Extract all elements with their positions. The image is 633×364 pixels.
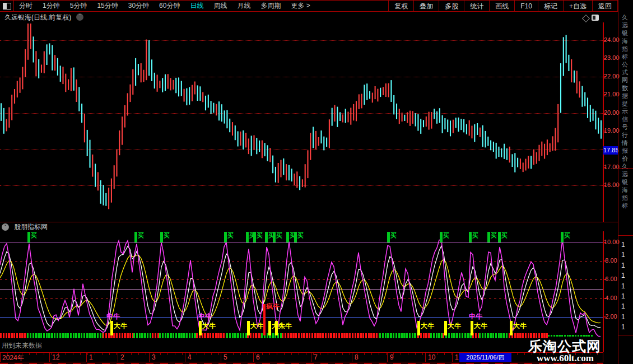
big-bull-bar [275, 321, 278, 335]
big-bull-label: 大牛 [513, 321, 527, 331]
toolbar-button-1[interactable]: 复权 [388, 1, 413, 11]
toolbar-button-4[interactable]: 统计 [464, 1, 489, 11]
buy-flag-bar [294, 232, 297, 242]
panel-divider [0, 222, 618, 222]
ribbon-segment [430, 333, 443, 338]
window-icon[interactable] [592, 15, 599, 21]
buy-flag-bar [273, 232, 276, 242]
price-axis-line [603, 22, 604, 222]
big-bull-label: 大牛 [278, 321, 292, 331]
strip-divider [618, 168, 633, 169]
buy-flag-label: 买 [443, 232, 449, 239]
month-divider [253, 353, 254, 362]
period-item-1[interactable]: 分时 [14, 1, 38, 11]
buy-signal-flag: 买 [27, 232, 37, 243]
strip-divider [618, 235, 633, 236]
stock-title: 久远银海(日线.前复权) [4, 13, 71, 22]
period-item-8[interactable]: 周线 [208, 1, 232, 11]
month-label: 1 [89, 353, 93, 361]
chevron-down-icon[interactable]: ˇ [76, 13, 83, 21]
price-label: 20.00 [604, 109, 618, 116]
ribbon-segment [226, 333, 247, 338]
kdj-label: 4.00 [604, 295, 618, 301]
month-label: 2 [120, 353, 124, 361]
big-bull-label: 大牛 [421, 321, 434, 331]
watermark-site-url: www.60lt.com [537, 353, 594, 364]
kdj-panel[interactable]: 大牛大牛大牛大牛大牛大牛大牛大牛大牛中牛中牛中牛疯牛 买买买买买买买买买买买买买… [0, 231, 603, 352]
buy-flag-label: 买 [472, 232, 478, 239]
big-bull-label: 大牛 [448, 321, 461, 331]
buy-signal-flag: 买 [387, 232, 397, 243]
buy-flag-label: 买 [390, 232, 397, 239]
big-bull-label: 大牛 [474, 321, 487, 331]
toolbar-button-7[interactable]: 标记 [538, 1, 563, 11]
period-item-11[interactable]: 更多 > [286, 1, 315, 11]
big-bull-label: 大牛 [202, 321, 216, 331]
price-label: 24.00 [604, 36, 618, 43]
period-item-7[interactable]: 日线 [185, 1, 208, 11]
candles-layer [0, 22, 603, 222]
kdj-axis-line [603, 231, 604, 352]
period-item-5[interactable]: 30分钟 [123, 1, 154, 11]
kdj-label: 10.00 [604, 239, 618, 245]
buy-flag-label: 买 [257, 232, 263, 239]
month-label: 6 [256, 353, 260, 361]
month-divider [311, 353, 311, 362]
buy-flag-label: 买 [564, 232, 570, 239]
period-item-10[interactable]: 多周期 [255, 1, 286, 11]
big-bull-label: 大牛 [114, 321, 127, 331]
kdj-label: 6.00 [604, 276, 618, 282]
diamond-icon[interactable] [582, 15, 590, 22]
future-data-warning: 用到未来数据 [2, 341, 42, 351]
ribbon-segment [548, 335, 593, 337]
month-label: 4 [188, 353, 192, 361]
right-strip-clipped-text: 久远银海指标公式网数据提示信号行情报价久远银海指标 [622, 13, 633, 209]
toolbar-button-6[interactable]: F10 [514, 1, 538, 11]
month-divider [452, 353, 453, 362]
month-label: 5 [224, 353, 227, 361]
month-label: 9 [390, 353, 394, 361]
month-divider [425, 353, 426, 362]
period-item-3[interactable]: 5分钟 [65, 1, 92, 11]
ribbon-segment [152, 333, 159, 338]
layout-toggle-button[interactable] [0, 1, 14, 11]
buy-flag-bar [387, 232, 390, 242]
big-bull-bar [247, 321, 250, 335]
toolbar-button-2[interactable]: 叠加 [413, 1, 439, 11]
month-divider [352, 353, 352, 362]
toolbar-button-5[interactable]: 画线 [489, 1, 514, 11]
month-label: 2024年 [2, 353, 24, 363]
month-divider [86, 353, 87, 362]
toolbar-button-9[interactable]: 返回 [592, 1, 618, 11]
buy-signal-flag: 买 [498, 232, 508, 243]
candlestick-chart[interactable] [0, 22, 603, 222]
period-item-6[interactable]: 60分钟 [154, 1, 185, 11]
period-item-9[interactable]: 月线 [232, 1, 255, 11]
toolbar-button-3[interactable]: 多股 [439, 1, 464, 11]
toolbar-button-8[interactable]: +自选 [563, 1, 592, 11]
indicator-name[interactable]: 股朋指标网 [14, 222, 48, 232]
ribbon-segment [282, 333, 379, 338]
price-label: 19.00 [604, 127, 618, 134]
big-bull-bar [417, 321, 420, 335]
buy-signal-flag: 买 [224, 232, 234, 243]
month-divider [221, 353, 221, 362]
month-divider [49, 353, 50, 362]
period-item-4[interactable]: 15分钟 [92, 1, 123, 11]
month-divider [387, 353, 388, 362]
month-divider [149, 353, 150, 362]
month-label: 7 [314, 353, 318, 361]
price-label: 16.00 [604, 181, 618, 188]
buy-flag-label: 买 [491, 232, 497, 239]
buy-flag-label: 买 [164, 232, 170, 239]
period-item-2[interactable]: 1分钟 [38, 1, 65, 11]
strip-divider [618, 335, 633, 335]
buy-flag-bar [487, 232, 490, 242]
buy-flag-bar [286, 232, 289, 242]
month-label: 10 [428, 353, 435, 361]
indicator-chevron-icon[interactable]: ˇ [2, 223, 9, 231]
ribbon-segment [379, 333, 417, 338]
month-label: 8 [355, 353, 359, 361]
period-menu: 分时1分钟5分钟15分钟30分钟60分钟日线周线月线多周期更多 > [14, 1, 315, 11]
price-label: 23.00 [604, 54, 618, 61]
